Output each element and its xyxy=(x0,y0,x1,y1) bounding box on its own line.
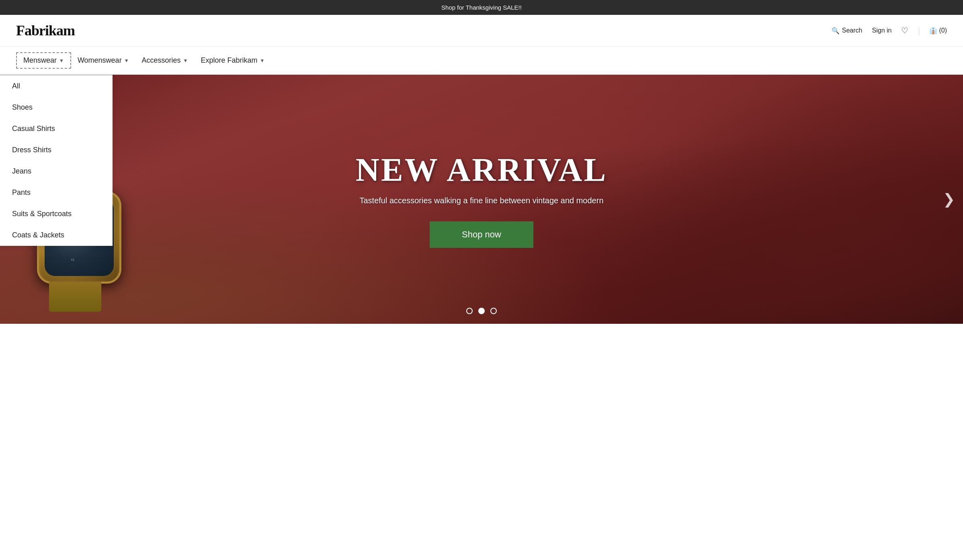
dropdown-item-jeans[interactable]: Jeans xyxy=(0,161,113,182)
signin-button[interactable]: Sign in xyxy=(872,27,892,34)
dropdown-item-pants[interactable]: Pants xyxy=(0,182,113,203)
shop-now-button[interactable]: Shop now xyxy=(430,221,533,248)
nav-label-menswear: Menswear xyxy=(23,56,57,65)
nav-item-accessories[interactable]: Accessories ▼ xyxy=(135,53,195,68)
dropdown-item-shoes[interactable]: Shoes xyxy=(0,97,113,118)
hero-section: VI XII NEW ARRIVAL Tasteful accessories … xyxy=(0,75,963,324)
dropdown-item-all[interactable]: All xyxy=(0,76,113,97)
nav-label-explore: Explore Fabrikam xyxy=(201,56,257,65)
dropdown-item-suits[interactable]: Suits & Sportcoats xyxy=(0,203,113,225)
search-icon: 🔍 xyxy=(832,27,840,35)
main-nav: Menswear ▼ Womenswear ▼ Accessories ▼ Ex… xyxy=(0,47,963,75)
cart-button[interactable]: 👔 (0) xyxy=(929,27,947,35)
heart-icon: ♡ xyxy=(901,26,908,35)
carousel-dot-1[interactable] xyxy=(466,308,473,314)
dropdown-item-coats[interactable]: Coats & Jackets xyxy=(0,225,113,246)
logo[interactable]: Fabrikam xyxy=(16,22,75,39)
cart-icon: 👔 xyxy=(929,27,937,35)
announcement-text: Shop for Thanksgiving SALE!! xyxy=(441,4,522,11)
carousel-dots xyxy=(466,308,497,314)
search-label: Search xyxy=(842,27,863,34)
cart-count: (0) xyxy=(939,27,947,34)
nav-label-accessories: Accessories xyxy=(142,56,181,65)
header: Fabrikam 🔍 Search Sign in ♡ | 👔 (0) xyxy=(0,15,963,47)
chevron-down-icon: ▼ xyxy=(183,58,188,63)
hero-subtitle: Tasteful accessories walking a fine line… xyxy=(356,196,608,205)
hero-content: NEW ARRIVAL Tasteful accessories walking… xyxy=(356,151,608,248)
search-button[interactable]: 🔍 Search xyxy=(832,27,863,35)
carousel-next-arrow[interactable]: ❯ xyxy=(943,191,955,208)
header-divider: | xyxy=(918,26,920,35)
nav-item-womenswear[interactable]: Womenswear ▼ xyxy=(71,53,135,68)
wishlist-button[interactable]: ♡ xyxy=(901,26,908,35)
nav-item-menswear[interactable]: Menswear ▼ xyxy=(16,52,71,69)
dropdown-item-dress-shirts[interactable]: Dress Shirts xyxy=(0,139,113,161)
nav-item-explore[interactable]: Explore Fabrikam ▼ xyxy=(194,53,271,68)
dropdown-item-casual-shirts[interactable]: Casual Shirts xyxy=(0,118,113,139)
carousel-dot-3[interactable] xyxy=(490,308,497,314)
chevron-down-icon: ▼ xyxy=(124,58,129,63)
header-actions: 🔍 Search Sign in ♡ | 👔 (0) xyxy=(832,26,947,35)
chevron-down-icon: ▼ xyxy=(59,58,64,63)
chevron-down-icon: ▼ xyxy=(260,58,265,63)
carousel-dot-2[interactable] xyxy=(478,308,485,314)
announcement-bar: Shop for Thanksgiving SALE!! xyxy=(0,0,963,15)
hero-title: NEW ARRIVAL xyxy=(356,151,608,189)
nav-label-womenswear: Womenswear xyxy=(78,56,122,65)
menswear-dropdown: All Shoes Casual Shirts Dress Shirts Jea… xyxy=(0,74,113,246)
hero-right-decoration xyxy=(626,75,963,324)
